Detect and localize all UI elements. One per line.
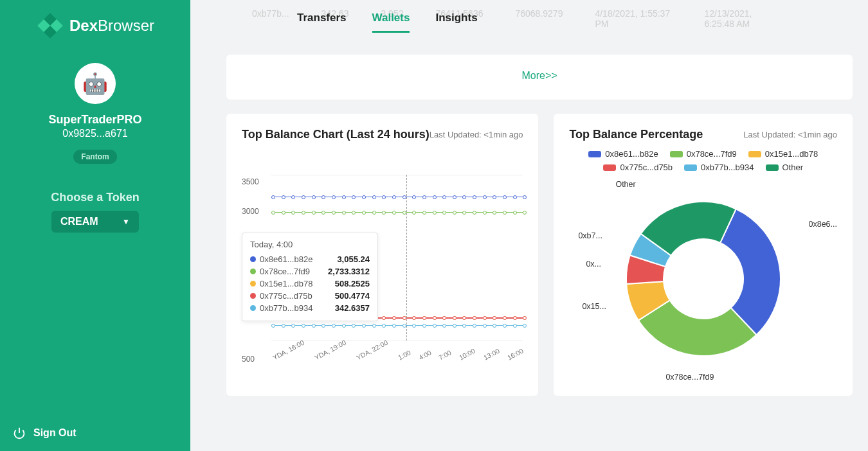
card-title: Top Balance Percentage [569,128,703,141]
main: Transfers Wallets Insights 0xb77b...342.… [190,0,868,451]
line-chart[interactable]: 3500 3000 500 Today, 4:00 0x8e61...b82e3… [242,148,523,366]
card-title: Top Balance Chart (Last 24 hours) [242,128,429,141]
profile: 🤖 SuperTraderPRO 0x9825...a671 Fantom [0,63,190,164]
wallet-address: 0x9825...a671 [0,128,190,139]
chart-tooltip: Today, 4:00 0x8e61...b82e3,055.240x78ce.… [242,233,378,321]
chain-badge[interactable]: Fantom [73,150,116,164]
chevron-down-icon: ▼ [122,217,130,226]
legend-item[interactable]: 0x8e61...b82e [588,149,658,159]
avatar[interactable]: 🤖 [75,63,116,104]
tabs: Transfers Wallets Insights [226,0,853,33]
legend-item[interactable]: 0x775c...d75b [603,163,673,172]
choose-token-section: Choose a Token CREAM ▼ [0,191,190,233]
slice-label: 0x15... [582,302,606,311]
token-value: CREAM [60,216,98,227]
x-axis: YDA, 16:00YDA, 19:00YDA, 22:001:004:007:… [271,355,523,362]
tab-insights[interactable]: Insights [435,12,477,33]
crosshair [406,175,407,340]
username: SuperTraderPRO [0,113,190,127]
logo-text: DexBrowser [69,17,154,35]
signout-label: Sign Out [33,427,77,439]
tooltip-title: Today, 4:00 [250,240,370,249]
slice-label: 0x78ce...7fd9 [665,373,714,382]
tab-transfers[interactable]: Transfers [297,12,347,33]
table-card: More>> [226,55,853,100]
balance-pie-card: Top Balance Percentage Last Updated: <1m… [554,114,853,396]
legend-item[interactable]: 0x78ce...7fd9 [670,149,737,159]
legend-item[interactable]: 0x15e1...db78 [748,149,818,159]
legend-item[interactable]: Other [766,163,804,172]
choose-label: Choose a Token [0,191,190,204]
logo: DexBrowser [0,12,190,40]
signout-button[interactable]: Sign Out [0,415,190,451]
token-select[interactable]: CREAM ▼ [51,211,139,233]
slice-label: Other [615,180,635,189]
tab-wallets[interactable]: Wallets [372,12,410,33]
slice-label: 0x... [586,260,601,269]
card-updated: Last Updated: <1min ago [743,130,837,139]
logo-icon [36,12,64,40]
slice-label: 0xb7... [578,231,602,240]
pie-legend: 0x8e61...b82e0x78ce...7fd90x15e1...db780… [569,149,837,172]
card-updated: Last Updated: <1min ago [429,130,523,139]
legend-item[interactable]: 0xb77b...b934 [684,163,754,172]
power-icon [13,427,26,439]
balance-chart-card: Top Balance Chart (Last 24 hours) Last U… [226,114,538,396]
slice-label: 0x8e6... [809,220,837,229]
sidebar: DexBrowser 🤖 SuperTraderPRO 0x9825...a67… [0,0,190,451]
donut-chart[interactable]: Other 0x8e6... 0x78ce...7fd9 0x15... 0x.… [569,176,837,382]
more-link[interactable]: More>> [521,70,557,81]
